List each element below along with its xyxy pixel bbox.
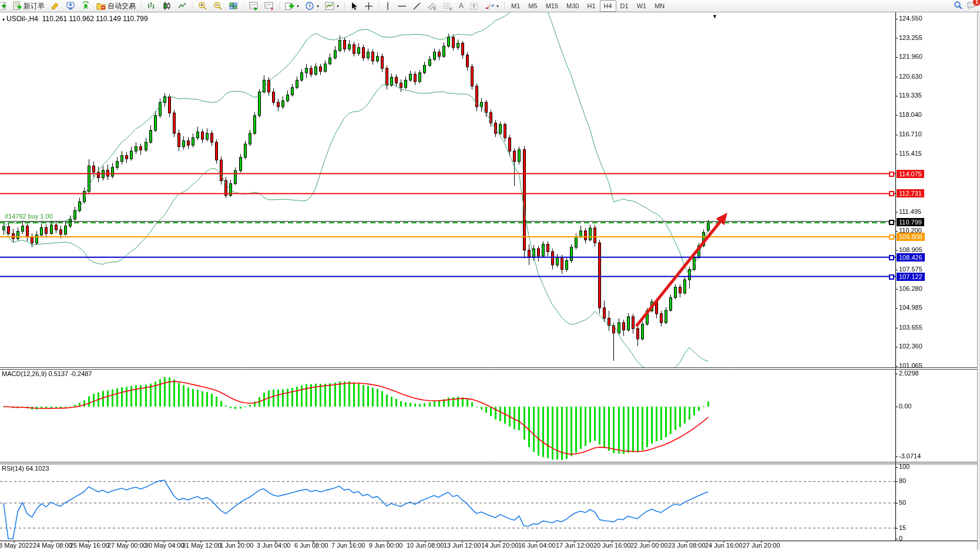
signals-icon[interactable] xyxy=(78,0,93,12)
tile-windows-icon[interactable] xyxy=(226,0,241,12)
bar-chart-icon[interactable] xyxy=(144,0,159,12)
arrows-tool[interactable]: ▾ xyxy=(482,0,502,12)
fibonacci-tool[interactable]: F xyxy=(440,0,456,12)
timeframe-toolbar: M1M5M15M30H1H4D1W1MN xyxy=(507,0,669,12)
new-chart-icon[interactable] xyxy=(0,0,9,12)
text-tool[interactable]: A xyxy=(456,0,466,12)
text-label-tool[interactable]: T xyxy=(466,0,482,12)
notification-badge: 1 xyxy=(973,0,980,6)
timeframe-button-M15[interactable]: M15 xyxy=(542,0,562,12)
algo-trading-icon xyxy=(96,1,106,11)
periods-clock-button[interactable]: ▾ xyxy=(302,0,322,12)
timeframe-button-M1[interactable]: M1 xyxy=(507,0,524,12)
dropdown-caret: ▾ xyxy=(317,4,319,9)
timeframe-button-W1[interactable]: W1 xyxy=(633,0,651,12)
add-object-button[interactable]: ▾ xyxy=(282,0,302,12)
chart-canvas[interactable] xyxy=(0,0,980,550)
zoom-out-icon[interactable] xyxy=(210,0,226,12)
timeframe-button-MN[interactable]: MN xyxy=(650,0,669,12)
new-order-label: 新订单 xyxy=(24,1,45,11)
market-icon[interactable] xyxy=(63,0,78,12)
equidistant-channel-tool[interactable]: E xyxy=(424,0,440,12)
svg-text:T: T xyxy=(472,4,476,9)
window-right-strip xyxy=(977,12,980,550)
dropdown-caret: ▾ xyxy=(496,4,499,9)
add-object-icon xyxy=(285,1,294,11)
trendline-tool[interactable] xyxy=(410,0,424,12)
auto-scroll-icon[interactable] xyxy=(246,0,261,12)
svg-text:F: F xyxy=(450,6,452,11)
indicators-button[interactable]: ▾ xyxy=(322,0,342,12)
top-toolbar: 新订单 自动交易 xyxy=(0,0,980,12)
indicators-icon xyxy=(325,1,334,11)
svg-text:E: E xyxy=(434,6,437,11)
search-icon[interactable] xyxy=(954,1,963,12)
algo-trading-button[interactable]: 自动交易 xyxy=(93,0,139,12)
vertical-line-tool[interactable] xyxy=(381,0,394,12)
chart-shift-icon[interactable] xyxy=(261,0,277,12)
timeframe-button-D1[interactable]: D1 xyxy=(616,0,633,12)
dropdown-caret: ▾ xyxy=(337,4,339,9)
line-chart-icon[interactable] xyxy=(174,0,190,12)
notifications-icon[interactable]: 1 xyxy=(966,1,976,12)
cursor-tool[interactable] xyxy=(347,0,361,12)
algo-trading-label: 自动交易 xyxy=(108,1,136,11)
zoom-in-icon[interactable] xyxy=(195,0,210,12)
timeframe-button-M5[interactable]: M5 xyxy=(524,0,541,12)
clock-icon xyxy=(305,1,314,11)
new-order-icon xyxy=(12,1,22,11)
dropdown-caret: ▾ xyxy=(297,4,299,9)
candlestick-chart-icon[interactable] xyxy=(159,0,174,12)
new-order-button[interactable]: 新订单 xyxy=(9,0,48,12)
timeframe-button-M30[interactable]: M30 xyxy=(562,0,583,12)
metaeditor-icon[interactable] xyxy=(48,0,63,12)
horizontal-line-tool[interactable] xyxy=(394,0,410,12)
timeframe-button-H1[interactable]: H1 xyxy=(583,0,599,12)
timeframe-button-H4[interactable]: H4 xyxy=(600,0,616,12)
crosshair-tool[interactable] xyxy=(361,0,376,12)
